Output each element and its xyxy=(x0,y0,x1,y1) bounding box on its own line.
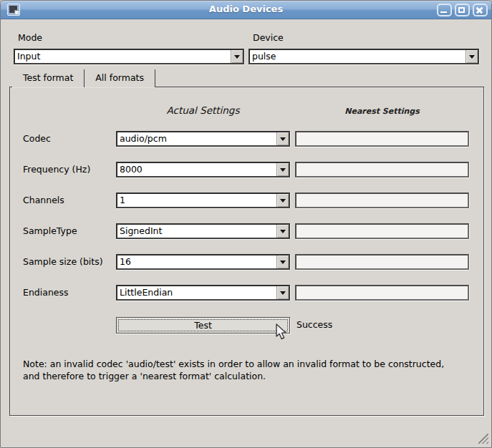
maximize-icon xyxy=(458,7,465,13)
endianess-nearest-field xyxy=(295,285,469,301)
frequency-select[interactable]: 8000 xyxy=(116,162,290,177)
endianess-label: Endianess xyxy=(23,287,69,298)
mode-dropdown-arrow[interactable] xyxy=(231,50,243,63)
frequency-label: Frequency (Hz) xyxy=(23,164,90,175)
samplesize-select[interactable]: 16 xyxy=(116,254,290,270)
audio-devices-window: Audio Devices Mode Input Device pulse xyxy=(0,0,492,448)
device-select[interactable]: pulse xyxy=(249,49,479,64)
test-format-panel: Actual Settings Nearest Settings Codec a… xyxy=(9,87,484,416)
channels-dropdown-arrow[interactable] xyxy=(276,194,289,207)
frequency-dropdown-arrow[interactable] xyxy=(276,163,289,176)
window-title: Audio Devices xyxy=(1,4,491,14)
chevron-down-icon xyxy=(280,137,286,141)
mouse-cursor-icon xyxy=(275,323,289,342)
device-value: pulse xyxy=(252,51,276,62)
chevron-down-icon xyxy=(280,168,286,172)
frequency-nearest-field xyxy=(295,162,469,177)
samplesize-dropdown-arrow[interactable] xyxy=(276,255,289,268)
chevron-down-icon xyxy=(234,55,240,59)
window-controls xyxy=(437,4,488,16)
test-button[interactable]: Test xyxy=(116,317,290,333)
maximize-button[interactable] xyxy=(455,4,470,16)
chevron-down-icon xyxy=(280,260,286,264)
codec-label: Codec xyxy=(23,133,51,144)
device-dropdown-arrow[interactable] xyxy=(466,50,478,63)
samplesize-nearest-field xyxy=(295,254,469,270)
device-label: Device xyxy=(253,32,284,43)
tab-test-format[interactable]: Test format xyxy=(12,69,85,87)
mode-value: Input xyxy=(17,51,40,62)
codec-nearest-field xyxy=(295,131,469,147)
nearest-settings-header: Nearest Settings xyxy=(295,107,469,116)
actual-settings-header: Actual Settings xyxy=(116,104,290,116)
tab-all-formats[interactable]: All formats xyxy=(85,69,155,87)
chevron-down-icon xyxy=(280,230,286,233)
tab-bar: Test format All formats xyxy=(12,69,155,87)
note-text: Note: an invalid codec 'audio/test' exis… xyxy=(23,358,474,382)
codec-select[interactable]: audio/pcm xyxy=(116,131,290,147)
endianess-dropdown-arrow[interactable] xyxy=(276,286,289,299)
mode-label: Mode xyxy=(18,32,42,43)
chevron-down-icon xyxy=(280,291,286,295)
codec-dropdown-arrow[interactable] xyxy=(276,132,289,145)
chevron-down-icon xyxy=(469,55,475,59)
window-body: Mode Input Device pulse Test format All … xyxy=(1,20,491,447)
minimize-button[interactable] xyxy=(437,4,452,16)
titlebar[interactable]: Audio Devices xyxy=(1,1,491,19)
sampletype-select[interactable]: SignedInt xyxy=(116,223,290,239)
minimize-icon xyxy=(440,11,447,13)
chevron-down-icon xyxy=(280,199,286,203)
endianess-select[interactable]: LittleEndian xyxy=(116,285,290,301)
sampletype-dropdown-arrow[interactable] xyxy=(276,225,289,238)
channels-label: Channels xyxy=(23,195,64,205)
sampletype-label: SampleType xyxy=(23,225,77,236)
close-button[interactable] xyxy=(473,4,488,16)
samplesize-label: Sample size (bits) xyxy=(23,256,103,267)
channels-select[interactable]: 1 xyxy=(116,193,290,208)
channels-nearest-field xyxy=(295,193,469,208)
sampletype-nearest-field xyxy=(295,223,469,239)
status-text: Success xyxy=(296,319,332,330)
resize-grip-icon[interactable] xyxy=(478,434,488,444)
mode-select[interactable]: Input xyxy=(14,49,244,64)
